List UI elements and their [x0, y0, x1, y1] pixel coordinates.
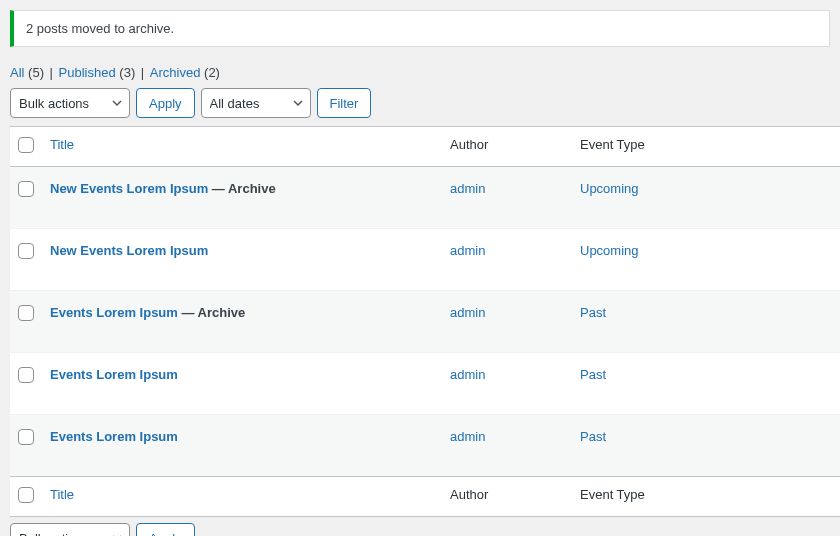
- col-title-sort-bottom[interactable]: Title: [50, 487, 74, 502]
- table-row: Events Lorem Ipsum — ArchiveadminPast: [10, 291, 840, 353]
- bulk-actions-select-bottom[interactable]: Bulk actions: [10, 523, 130, 536]
- col-author-bottom: Author: [442, 477, 572, 517]
- row-checkbox[interactable]: [18, 367, 34, 383]
- filter-published-count: (3): [119, 65, 135, 80]
- table-header-row: Title Author Event Type: [10, 127, 840, 167]
- row-checkbox[interactable]: [18, 243, 34, 259]
- post-title-link[interactable]: New Events Lorem Ipsum: [50, 181, 208, 196]
- row-checkbox[interactable]: [18, 429, 34, 445]
- filter-published[interactable]: Published: [59, 65, 116, 80]
- author-link[interactable]: admin: [450, 243, 485, 258]
- event-type-link[interactable]: Past: [580, 305, 606, 320]
- filter-archived-count: (2): [204, 65, 220, 80]
- filter-button[interactable]: Filter: [317, 88, 372, 118]
- event-type-link[interactable]: Past: [580, 367, 606, 382]
- author-link[interactable]: admin: [450, 305, 485, 320]
- table-row: New Events Lorem Ipsum — ArchiveadminUpc…: [10, 167, 840, 229]
- event-type-link[interactable]: Upcoming: [580, 243, 639, 258]
- select-all-bottom[interactable]: [18, 487, 34, 503]
- apply-button-bottom[interactable]: Apply: [136, 523, 195, 536]
- table-row: Events Lorem IpsumadminPast: [10, 353, 840, 415]
- post-title-link[interactable]: Events Lorem Ipsum: [50, 429, 178, 444]
- table-row: Events Lorem IpsumadminPast: [10, 415, 840, 477]
- col-event-type: Event Type: [572, 127, 840, 167]
- filter-archived[interactable]: Archived: [150, 65, 201, 80]
- filter-all[interactable]: All: [10, 65, 24, 80]
- author-link[interactable]: admin: [450, 429, 485, 444]
- col-event-type-bottom: Event Type: [572, 477, 840, 517]
- posts-table: Title Author Event Type New Events Lorem…: [10, 126, 840, 517]
- post-state: — Archive: [208, 181, 275, 196]
- post-status-filter: All (5) | Published (3) | Archived (2): [10, 65, 830, 80]
- notice-message: 2 posts moved to archive.: [26, 21, 174, 36]
- apply-button-top[interactable]: Apply: [136, 88, 195, 118]
- filter-all-count: (5): [28, 65, 44, 80]
- col-title-sort[interactable]: Title: [50, 137, 74, 152]
- notice-archive: 2 posts moved to archive.: [10, 10, 830, 47]
- select-all-top[interactable]: [18, 137, 34, 153]
- author-link[interactable]: admin: [450, 181, 485, 196]
- post-title-link[interactable]: Events Lorem Ipsum: [50, 367, 178, 382]
- tablenav-bottom: Bulk actions Apply: [10, 523, 830, 536]
- table-footer-row: Title Author Event Type: [10, 477, 840, 517]
- event-type-link[interactable]: Upcoming: [580, 181, 639, 196]
- author-link[interactable]: admin: [450, 367, 485, 382]
- bulk-actions-select[interactable]: Bulk actions: [10, 88, 130, 118]
- tablenav-top: Bulk actions Apply All dates Filter: [10, 88, 830, 118]
- col-author: Author: [442, 127, 572, 167]
- row-checkbox[interactable]: [18, 305, 34, 321]
- post-title-link[interactable]: Events Lorem Ipsum: [50, 305, 178, 320]
- post-state: — Archive: [178, 305, 245, 320]
- table-row: New Events Lorem IpsumadminUpcoming: [10, 229, 840, 291]
- event-type-link[interactable]: Past: [580, 429, 606, 444]
- post-title-link[interactable]: New Events Lorem Ipsum: [50, 243, 208, 258]
- date-filter-select[interactable]: All dates: [201, 88, 311, 118]
- row-checkbox[interactable]: [18, 181, 34, 197]
